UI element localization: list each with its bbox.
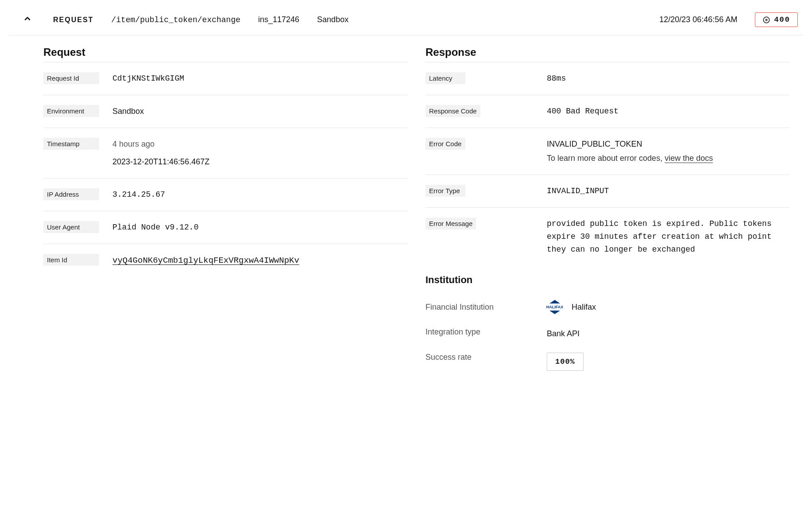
response-section-title: Response	[425, 46, 790, 62]
collapse-chevron-icon[interactable]	[23, 14, 32, 26]
header-timestamp: 12/20/23 06:46:56 AM	[659, 15, 737, 24]
response-column: Response Latency 88ms Response Code 400 …	[425, 46, 790, 377]
error-type-row: Error Type INVALID_INPUT	[425, 175, 790, 208]
header-environment: Sandbox	[317, 15, 348, 24]
timestamp-label: Timestamp	[43, 138, 99, 150]
integration-type-row: Integration type Bank API	[425, 321, 790, 346]
ip-address-value: 3.214.25.67	[99, 188, 408, 201]
financial-institution-value: Halifax	[572, 301, 596, 314]
status-code: 400	[774, 16, 790, 24]
timestamp-iso: 2023-12-20T11:46:56.467Z	[112, 156, 408, 168]
response-code-label: Response Code	[425, 105, 480, 117]
error-code-helper: To learn more about error codes,	[547, 154, 665, 163]
request-header-bar: REQUEST /item/public_token/exchange ins_…	[9, 4, 803, 35]
environment-value: Sandbox	[99, 105, 408, 118]
environment-label: Environment	[43, 105, 99, 117]
response-code-row: Response Code 400 Bad Request	[425, 95, 790, 128]
latency-label: Latency	[425, 72, 465, 84]
timestamp-relative: 4 hours ago	[112, 138, 408, 151]
request-id-row: Request Id CdtjKNStIWkGIGM	[43, 62, 408, 95]
financial-institution-row: Financial Institution HALIFAX Halifax	[425, 293, 790, 321]
environment-row: Environment Sandbox	[43, 95, 408, 128]
status-badge: 400	[755, 12, 798, 27]
halifax-logo-icon: HALIFAX	[547, 299, 563, 315]
header-institution-id: ins_117246	[258, 15, 299, 24]
request-id-label: Request Id	[43, 72, 99, 84]
success-rate-row: Success rate 100%	[425, 346, 790, 377]
request-column: Request Request Id CdtjKNStIWkGIGM Envir…	[43, 46, 408, 377]
financial-institution-label: Financial Institution	[425, 303, 547, 312]
user-agent-row: User Agent Plaid Node v9.12.0	[43, 211, 408, 244]
error-circle-x-icon	[762, 16, 770, 24]
item-id-link[interactable]: vyQ4GoNK6yCmb1glyLkqFExVRgxwA4IWwNpKv	[99, 254, 408, 267]
item-id-row: Item Id vyQ4GoNK6yCmb1glyLkqFExVRgxwA4IW…	[43, 244, 408, 277]
integration-type-value: Bank API	[547, 327, 790, 340]
request-id-value: CdtjKNStIWkGIGM	[99, 72, 408, 85]
error-message-label: Error Message	[425, 218, 476, 229]
response-code-value: 400 Bad Request	[547, 105, 790, 118]
header-path: /item/public_token/exchange	[111, 16, 240, 24]
timestamp-row: Timestamp 4 hours ago 2023-12-20T11:46:5…	[43, 128, 408, 179]
user-agent-value: Plaid Node v9.12.0	[99, 221, 408, 234]
user-agent-label: User Agent	[43, 221, 99, 233]
error-code-row: Error Code INVALID_PUBLIC_TOKEN To learn…	[425, 128, 790, 175]
error-type-value: INVALID_INPUT	[547, 185, 790, 198]
success-rate-value: 100%	[547, 353, 584, 371]
request-section-title: Request	[43, 46, 408, 62]
view-docs-link[interactable]: view the docs	[665, 154, 713, 163]
error-message-row: Error Message provided public token is e…	[425, 208, 790, 265]
error-code-label: Error Code	[425, 138, 465, 150]
error-message-value: provided public token is expired. Public…	[547, 218, 790, 256]
item-id-label: Item Id	[43, 254, 99, 266]
integration-type-label: Integration type	[425, 327, 547, 337]
header-label: REQUEST	[53, 16, 93, 24]
latency-value: 88ms	[547, 72, 790, 85]
ip-address-label: IP Address	[43, 188, 99, 200]
error-type-label: Error Type	[425, 185, 465, 197]
error-code-value: INVALID_PUBLIC_TOKEN	[547, 138, 790, 151]
latency-row: Latency 88ms	[425, 62, 790, 95]
institution-section-title: Institution	[425, 274, 790, 286]
success-rate-label: Success rate	[425, 353, 547, 362]
ip-address-row: IP Address 3.214.25.67	[43, 179, 408, 211]
